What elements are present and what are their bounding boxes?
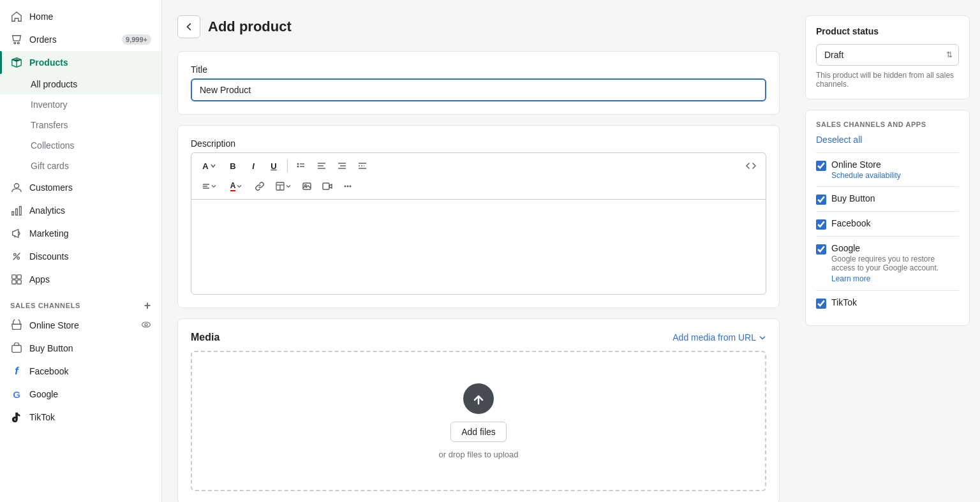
back-button[interactable]: [177, 15, 200, 38]
upload-icon: [463, 383, 494, 414]
google-checkbox[interactable]: [816, 244, 826, 255]
svg-point-6: [14, 254, 17, 256]
svg-point-0: [14, 42, 16, 44]
svg-rect-10: [12, 280, 16, 284]
buy-button-checkbox[interactable]: [816, 195, 826, 205]
svg-point-1: [17, 42, 19, 44]
tiktok-icon: [10, 411, 23, 424]
home-icon: [10, 10, 23, 23]
buy-button-info: Buy Button: [831, 193, 959, 203]
gift-cards-label: Gift cards: [31, 161, 69, 171]
media-card: Media Add media from URL Add files or dr…: [177, 318, 780, 502]
sidebar-item-buy-button[interactable]: Buy Button: [0, 337, 161, 360]
description-textarea[interactable]: [191, 199, 766, 295]
sidebar-item-orders[interactable]: Orders 9,999+: [0, 28, 161, 51]
svg-point-2: [14, 184, 19, 188]
svg-rect-3: [12, 212, 14, 215]
sidebar-item-facebook[interactable]: f Facebook: [0, 360, 161, 383]
analytics-icon: [10, 204, 23, 217]
tiktok-checkbox[interactable]: [816, 299, 826, 309]
media-dropzone[interactable]: Add files or drop files to upload: [191, 351, 766, 491]
sidebar-item-products[interactable]: Products: [0, 51, 161, 74]
description-field-label: Description: [191, 138, 766, 149]
sidebar-item-online-store[interactable]: Online Store: [0, 314, 161, 337]
title-input[interactable]: [191, 78, 766, 101]
inventory-label: Inventory: [31, 100, 68, 110]
font-format-button[interactable]: A: [197, 157, 222, 175]
sidebar-item-marketing[interactable]: Marketing: [0, 222, 161, 245]
svg-point-37: [345, 186, 346, 188]
bold-button[interactable]: B: [223, 157, 242, 175]
italic-button[interactable]: I: [244, 157, 263, 175]
sidebar-item-products-label: Products: [29, 57, 68, 68]
customers-icon: [10, 181, 23, 194]
channel-row-online-store: Online Store Schedule availability: [816, 152, 959, 186]
sales-channels-header: SALES CHANNELS +: [0, 291, 161, 314]
online-store-eye-icon[interactable]: [141, 320, 151, 332]
svg-point-12: [142, 322, 151, 327]
google-learn-more-link[interactable]: Learn more: [831, 274, 870, 283]
facebook-label: Facebook: [29, 366, 68, 376]
sidebar-item-tiktok[interactable]: TikTok: [0, 406, 161, 429]
sidebar-item-analytics[interactable]: Analytics: [0, 199, 161, 222]
channel-row-tiktok: TikTok: [816, 290, 959, 315]
sidebar-item-transfers[interactable]: Transfers: [0, 115, 161, 135]
text-color-button[interactable]: A: [223, 177, 249, 195]
svg-rect-11: [17, 280, 21, 284]
sidebar-item-collections[interactable]: Collections: [0, 135, 161, 156]
outdent-button[interactable]: [353, 157, 372, 175]
sidebar-item-gift-cards[interactable]: Gift cards: [0, 156, 161, 176]
code-button[interactable]: [741, 157, 761, 175]
status-note: This product will be hidden from all sal…: [816, 71, 959, 89]
video-button[interactable]: [318, 177, 337, 195]
sidebar-item-home[interactable]: Home: [0, 5, 161, 28]
bullet-list-button[interactable]: [292, 157, 311, 175]
sidebar-item-google[interactable]: G Google: [0, 383, 161, 406]
image-button[interactable]: [297, 177, 316, 195]
main-content: Add product Title Description A B I U: [162, 0, 795, 502]
link-button[interactable]: [250, 177, 269, 195]
google-channel-note: Google requires you to restore access to…: [831, 255, 959, 272]
align-left-button[interactable]: [312, 157, 331, 175]
facebook-info: Facebook: [831, 218, 959, 228]
sidebar-item-inventory[interactable]: Inventory: [0, 94, 161, 115]
sidebar-item-all-products[interactable]: All products: [0, 74, 161, 94]
page-header: Add product: [177, 15, 780, 38]
all-products-label: All products: [31, 79, 77, 89]
buy-button-channel-name: Buy Button: [831, 193, 959, 203]
sidebar-item-discounts[interactable]: Discounts: [0, 245, 161, 268]
facebook-icon: f: [10, 365, 23, 378]
sidebar-item-discounts-label: Discounts: [29, 251, 68, 262]
status-select[interactable]: Draft Active: [816, 44, 959, 66]
sidebar-item-orders-label: Orders: [29, 34, 57, 45]
orders-icon: [10, 33, 23, 46]
more-button[interactable]: [338, 177, 357, 195]
add-files-button[interactable]: Add files: [450, 422, 507, 442]
media-title: Media: [191, 332, 219, 343]
svg-rect-14: [12, 346, 21, 353]
align-button[interactable]: [197, 177, 222, 195]
collections-label: Collections: [31, 140, 74, 151]
tiktok-channel-name: TikTok: [831, 297, 959, 307]
add-sales-channel-button[interactable]: +: [144, 300, 151, 311]
svg-point-16: [297, 166, 299, 168]
discounts-icon: [10, 250, 23, 263]
tiktok-label: TikTok: [29, 412, 55, 422]
sidebar-item-apps[interactable]: Apps: [0, 268, 161, 291]
buy-button-icon: [10, 342, 23, 355]
svg-point-13: [145, 323, 147, 326]
add-media-from-url-button[interactable]: Add media from URL: [672, 332, 766, 343]
channels-section-title: SALES CHANNELS AND APPS: [816, 121, 959, 128]
underline-button[interactable]: U: [264, 157, 283, 175]
tiktok-info: TikTok: [831, 297, 959, 307]
online-store-schedule-link[interactable]: Schedule availability: [831, 171, 959, 180]
deselect-all-button[interactable]: Deselect all: [816, 135, 959, 145]
facebook-checkbox[interactable]: [816, 219, 826, 230]
right-panel: Product status Draft Active This product…: [795, 0, 980, 502]
sidebar-item-customers[interactable]: Customers: [0, 176, 161, 199]
indent-button[interactable]: [332, 157, 352, 175]
svg-rect-36: [323, 183, 329, 189]
table-button[interactable]: [271, 177, 296, 195]
svg-point-7: [17, 257, 20, 260]
online-store-checkbox[interactable]: [816, 161, 826, 171]
